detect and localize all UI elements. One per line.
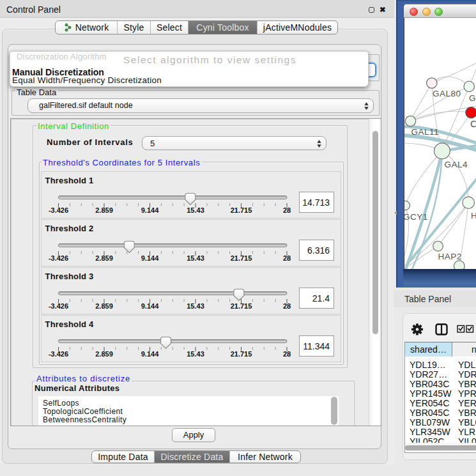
svg-text:9.144: 9.144 [141,350,159,358]
svg-text:2.859: 2.859 [95,350,113,358]
svg-text:2.859: 2.859 [95,254,113,262]
svg-text:28: 28 [283,302,291,310]
svg-text:H: H [471,211,476,220]
svg-text:21.715: 21.715 [231,206,252,214]
svg-text:15.43: 15.43 [187,254,204,262]
svg-text:-3.426: -3.426 [49,254,68,262]
svg-text:15.43: 15.43 [187,206,204,214]
svg-text:21.715: 21.715 [231,350,252,358]
svg-text:-3.426: -3.426 [49,206,68,214]
svg-text:HAP2: HAP2 [438,252,462,261]
svg-text:28: 28 [283,254,291,262]
svg-text:GAL4: GAL4 [445,160,468,169]
svg-text:15.43: 15.43 [187,350,204,358]
svg-text:2.859: 2.859 [95,302,113,310]
svg-text:2.859: 2.859 [95,206,113,214]
svg-text:28: 28 [283,350,291,358]
svg-text:21.715: 21.715 [231,254,252,262]
svg-text:GAL11: GAL11 [411,127,440,137]
svg-text:9.144: 9.144 [141,254,159,262]
svg-text:-3.426: -3.426 [49,350,68,358]
svg-text:GA: GA [469,93,476,103]
svg-text:9.144: 9.144 [141,302,159,310]
svg-text:9.144: 9.144 [141,206,159,214]
svg-text:28: 28 [283,206,291,214]
svg-text:15.43: 15.43 [187,302,204,310]
svg-text:21.715: 21.715 [231,302,252,310]
svg-text:C: C [470,118,476,129]
svg-text:GCY1: GCY1 [404,212,428,222]
svg-text:-3.426: -3.426 [49,302,68,310]
svg-text:GAL80: GAL80 [433,89,461,98]
